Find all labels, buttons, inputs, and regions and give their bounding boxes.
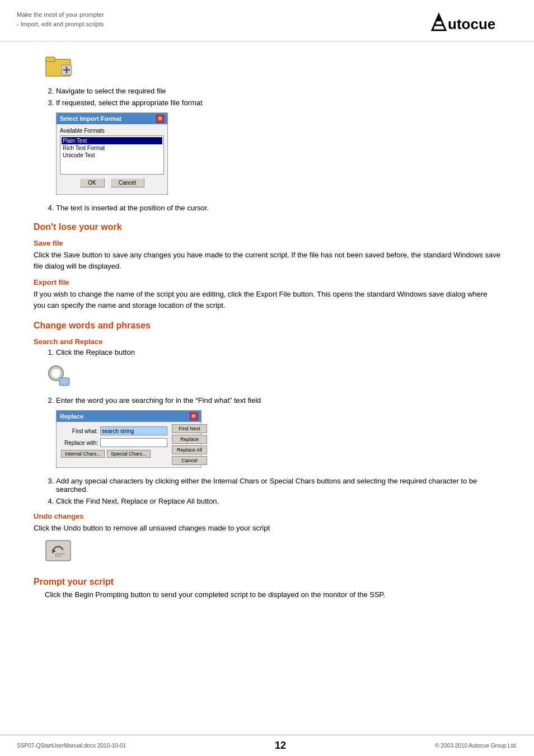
- replace-subbuttons: Internal Chars... Special Chars...: [61, 450, 167, 458]
- search-replace-icon-container: ↔: [45, 362, 500, 391]
- footer-page: 12: [275, 740, 286, 752]
- subsection-search-replace: Search and Replace: [34, 337, 500, 346]
- search-step-1: Click the Replace button: [56, 348, 500, 356]
- replace-dialog: Replace ✕ Find what: Replace with: Inter…: [56, 410, 202, 468]
- replace-titlebar: Replace ✕: [57, 411, 201, 422]
- undo-icon-container: [45, 538, 500, 567]
- special-chars-button[interactable]: Special Chars...: [107, 450, 151, 458]
- footer: SSP07-QStartUserManual.docx 2010-10-01 1…: [0, 735, 534, 756]
- svg-text:↔: ↔: [62, 379, 66, 384]
- header-line1: Make the most of your prompter: [17, 10, 104, 20]
- dialog-label: Available Formats: [60, 128, 164, 134]
- replace-dialog-close[interactable]: ✕: [190, 412, 198, 420]
- replace-left-panel: Find what: Replace with: Internal Chars.…: [57, 422, 172, 467]
- intro-steps: Navigate to select the required file If …: [56, 87, 500, 107]
- file-open-icon: [45, 53, 500, 81]
- replace-all-button[interactable]: Replace All: [172, 445, 207, 454]
- replace-dialog-title: Replace: [60, 413, 83, 420]
- svg-text:utocue: utocue: [448, 16, 495, 32]
- subsection-export: Export file: [34, 278, 500, 287]
- replace-button[interactable]: Replace: [172, 435, 207, 444]
- find-input[interactable]: [100, 426, 167, 435]
- page: Make the most of your prompter - Import,…: [0, 0, 534, 756]
- search-after-steps: Add any special characters by clicking e…: [56, 477, 500, 505]
- main-content: Navigate to select the required file If …: [0, 41, 534, 735]
- dialog-body: Available Formats Plain Text Rich Text F…: [57, 124, 167, 194]
- search-replace-icon-svg: ↔: [45, 362, 74, 389]
- dialog-title: Select Import Format: [60, 115, 121, 122]
- select-import-dialog: Select Import Format ✕ Available Formats…: [56, 112, 168, 195]
- search-step-3: Add any special characters by clicking e…: [56, 477, 500, 494]
- section-dont-lose: Don't lose your work: [34, 222, 500, 232]
- find-next-button[interactable]: Find Next: [172, 424, 207, 433]
- prompt-text: Click the Begin Prompting button to send…: [45, 589, 500, 600]
- search-step2-list: Enter the word you are searching for in …: [56, 396, 500, 405]
- find-label: Find what:: [61, 428, 100, 434]
- replace-input[interactable]: [100, 438, 167, 447]
- section-change: Change words and phrases: [34, 321, 500, 331]
- save-text: Click the Save button to save any change…: [34, 250, 500, 271]
- replace-with-row: Replace with:: [61, 438, 167, 447]
- header-text: Make the most of your prompter - Import,…: [17, 10, 104, 29]
- search-steps-list: Click the Replace button: [56, 348, 500, 356]
- listbox-item-2[interactable]: Unicode Text: [62, 152, 162, 159]
- replace-dialog-body: Find what: Replace with: Internal Chars.…: [57, 422, 201, 467]
- open-file-icon-svg: [45, 53, 74, 79]
- subsection-undo: Undo changes: [34, 512, 500, 520]
- replace-cancel-button[interactable]: Cancel: [172, 456, 207, 465]
- export-text: If you wish to change the name of the sc…: [34, 289, 500, 311]
- dialog-buttons: OK Cancel: [60, 175, 164, 191]
- dialog-titlebar: Select Import Format ✕: [57, 113, 167, 124]
- footer-right: © 2003-2010 Autocue Group Ltd.: [435, 743, 517, 749]
- replace-side-buttons: Find Next Replace Replace All Cancel: [172, 422, 210, 467]
- subsection-save: Save file: [34, 239, 500, 247]
- undo-text: Click the Undo button to remove all unsa…: [34, 523, 500, 534]
- undo-icon-svg: [45, 538, 74, 565]
- search-step-4: Click the Find Next, Replace or Replace …: [56, 497, 500, 505]
- find-what-row: Find what:: [61, 426, 167, 435]
- footer-left: SSP07-QStartUserManual.docx 2010-10-01: [17, 743, 126, 749]
- section-prompt: Prompt your script: [34, 577, 500, 587]
- dialog-cancel-button[interactable]: Cancel: [110, 178, 144, 187]
- header: Make the most of your prompter - Import,…: [0, 0, 534, 41]
- dialog-close-button[interactable]: ✕: [156, 115, 164, 123]
- dialog-listbox[interactable]: Plain Text Rich Text Format Unicode Text: [60, 135, 164, 175]
- step-3: If requested, select the appropriate fil…: [56, 98, 500, 107]
- logo-area: utocue: [428, 10, 517, 35]
- svg-rect-5: [46, 57, 55, 62]
- replace-with-label: Replace with:: [61, 440, 100, 446]
- svg-point-10: [51, 368, 61, 378]
- search-step-2: Enter the word you are searching for in …: [56, 396, 500, 405]
- autocue-logo: utocue: [428, 10, 517, 35]
- svg-rect-14: [46, 541, 71, 561]
- step4-list: The text is inserted at the position of …: [56, 204, 500, 212]
- internal-chars-button[interactable]: Internal Chars...: [61, 450, 105, 458]
- step-2: Navigate to select the required file: [56, 87, 500, 95]
- dialog-ok-button[interactable]: OK: [79, 178, 104, 187]
- listbox-item-1[interactable]: Rich Text Format: [62, 144, 162, 152]
- listbox-item-0[interactable]: Plain Text: [62, 137, 162, 144]
- step-4: The text is inserted at the position of …: [56, 204, 500, 212]
- header-line2: - Import, edit and prompt scripts: [17, 20, 104, 29]
